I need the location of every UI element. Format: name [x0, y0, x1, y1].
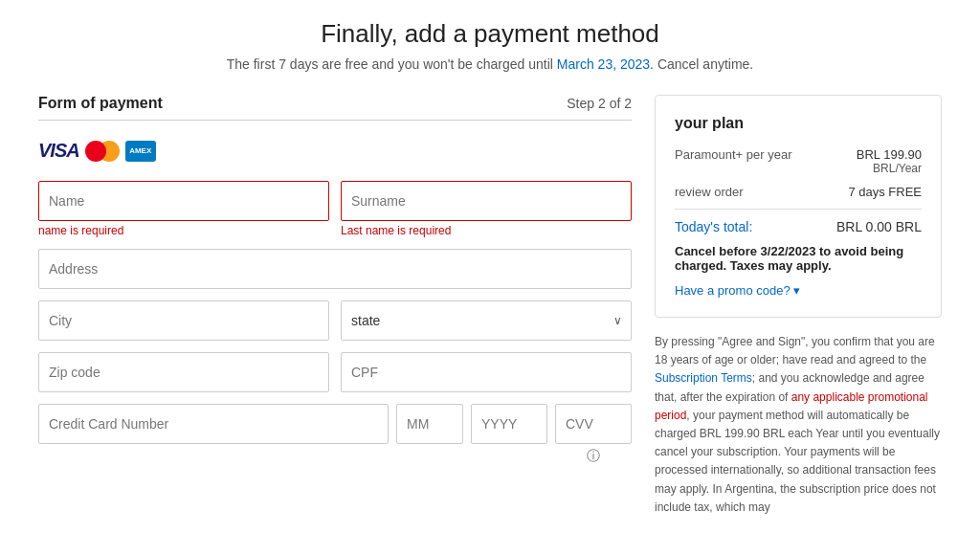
- subscription-terms-link[interactable]: Subscription Terms: [655, 371, 752, 385]
- surname-input[interactable]: [341, 181, 632, 221]
- cpf-input[interactable]: [341, 352, 632, 392]
- address-row: [38, 249, 632, 289]
- name-field: name is required: [38, 181, 329, 237]
- address-input[interactable]: [38, 249, 632, 289]
- main-content: Form of payment Step 2 of 2 VISA AMEX na…: [38, 95, 942, 517]
- plan-product-row: Paramount+ per year BRL 199.90 BRL/Year: [675, 147, 922, 175]
- name-error-msg: name is required: [38, 224, 329, 237]
- today-total-row: Today's total: BRL 0.00 BRL: [675, 219, 922, 234]
- cancel-notice: Cancel before 3/22/2023 to avoid being c…: [675, 244, 922, 273]
- promo-code-link[interactable]: Have a promo code? ▾: [675, 283, 800, 298]
- today-total-label: Today's total:: [675, 219, 752, 234]
- cc-number-input[interactable]: [38, 404, 389, 444]
- surname-error-msg: Last name is required: [341, 224, 632, 237]
- subtitle-pre: The first 7 days are free and you won't …: [227, 56, 557, 72]
- right-panel: your plan Paramount+ per year BRL 199.90…: [655, 95, 942, 517]
- amex-icon: AMEX: [125, 141, 156, 162]
- plan-review-label: review order: [675, 185, 744, 199]
- plan-box: your plan Paramount+ per year BRL 199.90…: [655, 95, 942, 318]
- mc-circle-red: [85, 141, 106, 162]
- cc-cvv-input[interactable]: [555, 404, 632, 444]
- cc-yyyy-input[interactable]: [471, 404, 547, 444]
- city-state-row: state ∨: [38, 300, 632, 341]
- cc-number-field: [38, 404, 389, 444]
- plan-review-row: review order 7 days FREE: [675, 185, 922, 199]
- promo-chevron-icon: ▾: [793, 283, 800, 298]
- state-field: state ∨: [341, 300, 632, 341]
- payment-form: Form of payment Step 2 of 2 VISA AMEX na…: [38, 95, 632, 477]
- name-input[interactable]: [38, 181, 329, 221]
- subtitle-post: Cancel anytime.: [657, 56, 753, 72]
- card-icons: VISA AMEX: [38, 140, 632, 162]
- cc-cvv-field: ⓘ: [555, 404, 632, 465]
- plan-product-label: Paramount+ per year: [675, 147, 791, 162]
- surname-field: Last name is required: [341, 181, 632, 237]
- city-field: [38, 300, 329, 341]
- cc-mm-input[interactable]: [396, 404, 463, 444]
- plan-product-value: BRL 199.90 BRL/Year: [857, 147, 922, 175]
- mastercard-icon: [85, 141, 120, 162]
- plan-title: your plan: [675, 115, 922, 132]
- page-header: Finally, add a payment method The first …: [38, 19, 942, 72]
- cvv-info-icon[interactable]: ⓘ: [587, 448, 600, 465]
- state-select[interactable]: state: [341, 300, 632, 341]
- city-input[interactable]: [38, 300, 329, 341]
- address-field: [38, 249, 632, 289]
- legal-text: By pressing "Agree and Sign", you confir…: [655, 333, 942, 517]
- subtitle-date: March 23, 2023.: [557, 56, 654, 72]
- name-row: name is required Last name is required: [38, 181, 632, 237]
- plan-review-value: 7 days FREE: [848, 185, 922, 199]
- form-header: Form of payment Step 2 of 2: [38, 95, 632, 121]
- page-title: Finally, add a payment method: [38, 19, 942, 49]
- legal-content: By pressing "Agree and Sign", you confir…: [655, 335, 940, 514]
- cc-row: ⓘ: [38, 404, 632, 465]
- step-label: Step 2 of 2: [567, 96, 632, 111]
- plan-divider: [675, 209, 922, 210]
- cc-mm-field: [396, 404, 463, 444]
- subtitle: The first 7 days are free and you won't …: [38, 56, 942, 72]
- cpf-field: [341, 352, 632, 392]
- form-section-title: Form of payment: [38, 95, 163, 112]
- zip-field: [38, 352, 329, 392]
- zip-input[interactable]: [38, 352, 329, 392]
- today-total-value: BRL 0.00 BRL: [836, 219, 922, 234]
- visa-icon: VISA: [38, 140, 79, 162]
- cc-yyyy-field: [471, 404, 547, 444]
- zip-cpf-row: [38, 352, 632, 392]
